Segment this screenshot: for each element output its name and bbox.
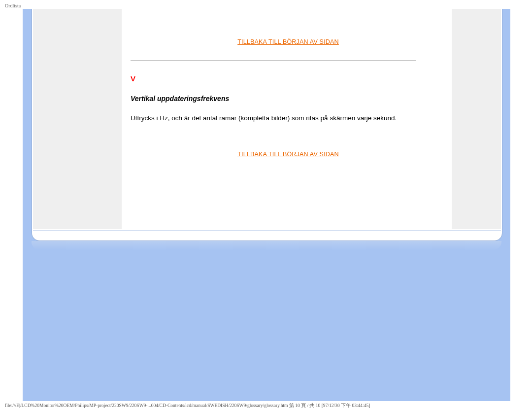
sidebar-left <box>33 9 122 229</box>
content-panel: TILLBAKA TILL BÖRJAN AV SIDAN V Vertikal… <box>32 9 502 241</box>
panel-shadow <box>32 241 501 250</box>
footer-file-path: file:///E|/LCD%20Monitor%20OEM/Philips/M… <box>5 403 370 409</box>
page-header-label: Ordlista <box>5 3 21 8</box>
glossary-definition: Uttrycks i Hz, och är det antal ramar (k… <box>131 113 416 123</box>
panel-bottom-bar <box>33 230 501 240</box>
back-to-top-link-lower[interactable]: TILLBAKA TILL BÖRJAN AV SIDAN <box>150 151 426 158</box>
background-region: TILLBAKA TILL BÖRJAN AV SIDAN V Vertikal… <box>23 9 510 401</box>
glossary-term: Vertikal uppdateringsfrekvens <box>131 95 446 103</box>
back-to-top-link-upper[interactable]: TILLBAKA TILL BÖRJAN AV SIDAN <box>150 38 426 45</box>
section-divider <box>131 60 416 61</box>
section-letter-heading: V <box>131 74 446 83</box>
sidebar-right <box>452 9 501 229</box>
main-content: TILLBAKA TILL BÖRJAN AV SIDAN V Vertikal… <box>131 9 446 158</box>
